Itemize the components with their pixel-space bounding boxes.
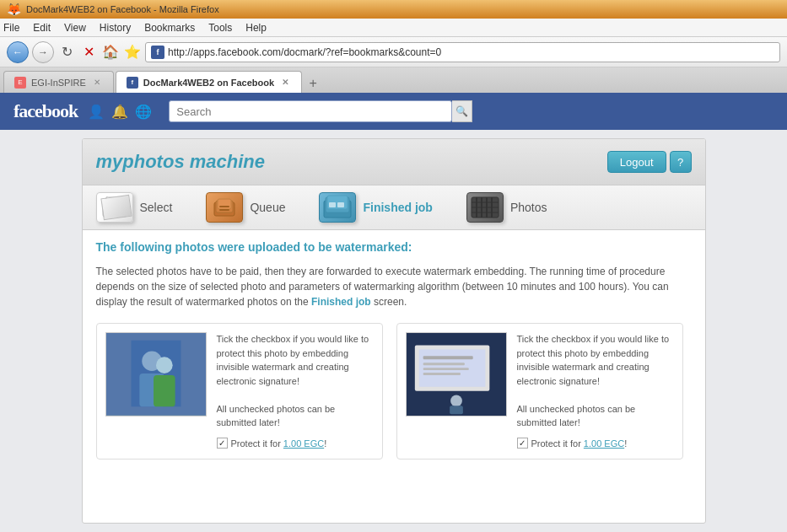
browser-menubar: File Edit View History Bookmarks Tools H… xyxy=(0,19,787,37)
app-nav: Select Queue xyxy=(83,185,705,230)
photos-icon xyxy=(466,192,504,223)
queue-icon xyxy=(206,192,243,223)
stop-button[interactable]: ✕ xyxy=(79,43,98,62)
upload-notice: The following photos were uploaded to be… xyxy=(96,240,692,254)
browser-titlebar: 🦊 DocMark4WEB2 on Facebook - Mozilla Fir… xyxy=(0,0,787,19)
select-icon xyxy=(96,192,133,223)
refresh-button[interactable]: ↻ xyxy=(57,43,76,62)
page-content: myphotos machine Logout ? Select xyxy=(0,130,787,532)
finished-icon xyxy=(319,192,356,223)
help-button[interactable]: ? xyxy=(670,151,692,173)
svg-rect-6 xyxy=(219,206,229,207)
app-body: The following photos were uploaded to be… xyxy=(83,230,705,470)
svg-rect-33 xyxy=(423,373,460,375)
nav-queue-label: Queue xyxy=(250,201,285,214)
photo-card-2: Tick the checkbox if you would like to p… xyxy=(396,323,683,459)
photo-1-description: Tick the checkbox if you would like to p… xyxy=(217,334,369,386)
photo-1-price[interactable]: 1.00 EGC xyxy=(283,438,324,449)
nav-select[interactable]: Select xyxy=(96,192,173,223)
photo-2-protect-row: Protect it for 1.00 EGC! xyxy=(517,437,674,451)
site-favicon: f xyxy=(151,46,164,59)
svg-rect-30 xyxy=(423,356,472,359)
new-tab-button[interactable]: + xyxy=(304,74,322,93)
menu-tools[interactable]: Tools xyxy=(208,22,232,34)
app-header: myphotos machine Logout ? xyxy=(83,139,705,185)
nav-finished[interactable]: Finished job xyxy=(319,192,432,223)
svg-point-34 xyxy=(450,395,462,407)
tab-docmark[interactable]: f DocMark4WEB2 on Facebook ✕ xyxy=(116,71,302,93)
browser-tabs: E EGI-InSPIRE ✕ f DocMark4WEB2 on Facebo… xyxy=(0,67,787,93)
address-bar[interactable]: f http://apps.facebook.com/docmark/?ref=… xyxy=(145,42,780,62)
svg-rect-12 xyxy=(337,202,344,207)
svg-rect-32 xyxy=(423,368,468,370)
search-input[interactable] xyxy=(169,100,452,122)
photo-1-checkbox[interactable] xyxy=(217,438,228,449)
menu-view[interactable]: View xyxy=(64,22,86,34)
egi-favicon: E xyxy=(14,77,26,89)
photo-cards: Tick the checkbox if you would like to p… xyxy=(96,323,692,459)
fb-people-icon[interactable]: 👤 xyxy=(88,104,105,120)
svg-rect-31 xyxy=(423,363,464,365)
photo-2-description: Tick the checkbox if you would like to p… xyxy=(517,334,670,386)
facebook-header: facebook 👤 🔔 🌐 🔍 xyxy=(0,93,787,130)
photo-2-protect-label: Protect it for 1.00 EGC! xyxy=(531,437,628,451)
finished-job-link[interactable]: Finished job xyxy=(311,296,371,308)
facebook-nav-icons: 👤 🔔 🌐 xyxy=(88,104,152,120)
app-container: myphotos machine Logout ? Select xyxy=(82,138,706,524)
photo-2-unchecked: All unchecked photos can be submitted la… xyxy=(517,404,636,428)
svg-point-25 xyxy=(156,357,173,373)
svg-rect-35 xyxy=(450,406,463,414)
svg-rect-0 xyxy=(103,200,127,217)
firefox-icon: 🦊 xyxy=(7,3,21,16)
menu-edit[interactable]: Edit xyxy=(33,22,51,34)
tab-docmark-label: DocMark4WEB2 on Facebook xyxy=(143,78,274,88)
menu-file[interactable]: File xyxy=(3,22,19,34)
photo-1-unchecked: All unchecked photos can be submitted la… xyxy=(217,404,336,428)
menu-history[interactable]: History xyxy=(100,22,131,34)
nav-photos-label: Photos xyxy=(510,201,547,214)
nav-queue[interactable]: Queue xyxy=(206,192,285,223)
svg-rect-11 xyxy=(329,202,336,207)
back-button[interactable]: ← xyxy=(7,41,29,63)
description-text: The selected photos have to be paid, the… xyxy=(96,264,692,309)
facebook-logo: facebook xyxy=(13,100,78,122)
svg-rect-26 xyxy=(154,375,175,406)
svg-rect-7 xyxy=(219,209,229,211)
forward-button[interactable]: → xyxy=(32,41,54,63)
search-container: 🔍 xyxy=(169,100,472,122)
photo-thumb-1 xyxy=(105,332,207,416)
browser-title: DocMark4WEB2 on Facebook - Mozilla Firef… xyxy=(26,4,219,14)
app-title: myphotos machine xyxy=(96,151,265,173)
tab-egi-close[interactable]: ✕ xyxy=(91,77,103,89)
browser-toolbar: ← → ↻ ✕ 🏠 ⭐ f http://apps.facebook.com/d… xyxy=(0,37,787,67)
nav-select-label: Select xyxy=(140,201,173,214)
nav-finished-label: Finished job xyxy=(363,201,432,214)
photo-card-1-text: Tick the checkbox if you would like to p… xyxy=(217,332,374,450)
fb-notification-icon[interactable]: 🔔 xyxy=(111,104,128,120)
search-button[interactable]: 🔍 xyxy=(452,100,472,122)
tab-docmark-close[interactable]: ✕ xyxy=(279,77,291,89)
svg-rect-5 xyxy=(218,199,231,209)
photo-1-protect-label: Protect it for 1.00 EGC! xyxy=(231,437,327,451)
photo-card-2-text: Tick the checkbox if you would like to p… xyxy=(517,332,674,450)
photo-card-1: Tick the checkbox if you would like to p… xyxy=(96,323,383,459)
nav-photos[interactable]: Photos xyxy=(466,192,547,223)
tab-egi-label: EGI-InSPIRE xyxy=(31,78,86,88)
menu-bookmarks[interactable]: Bookmarks xyxy=(144,22,195,34)
tab-egi[interactable]: E EGI-InSPIRE ✕ xyxy=(3,71,114,93)
bookmark-button[interactable]: ⭐ xyxy=(123,43,142,62)
photo-2-price[interactable]: 1.00 EGC xyxy=(584,438,624,449)
photo-1-protect-row: Protect it for 1.00 EGC! xyxy=(217,437,374,451)
photo-2-checkbox[interactable] xyxy=(517,438,528,449)
menu-help[interactable]: Help xyxy=(245,22,267,34)
svg-rect-2 xyxy=(106,196,123,210)
home-button[interactable]: 🏠 xyxy=(101,43,120,62)
logout-button[interactable]: Logout xyxy=(607,151,666,173)
app-header-buttons: Logout ? xyxy=(607,151,692,173)
docmark-favicon: f xyxy=(127,77,138,89)
address-text: http://apps.facebook.com/docmark/?ref=bo… xyxy=(168,46,774,58)
fb-globe-icon[interactable]: 🌐 xyxy=(135,104,152,120)
svg-rect-1 xyxy=(105,198,125,213)
photo-thumb-2 xyxy=(406,332,507,416)
